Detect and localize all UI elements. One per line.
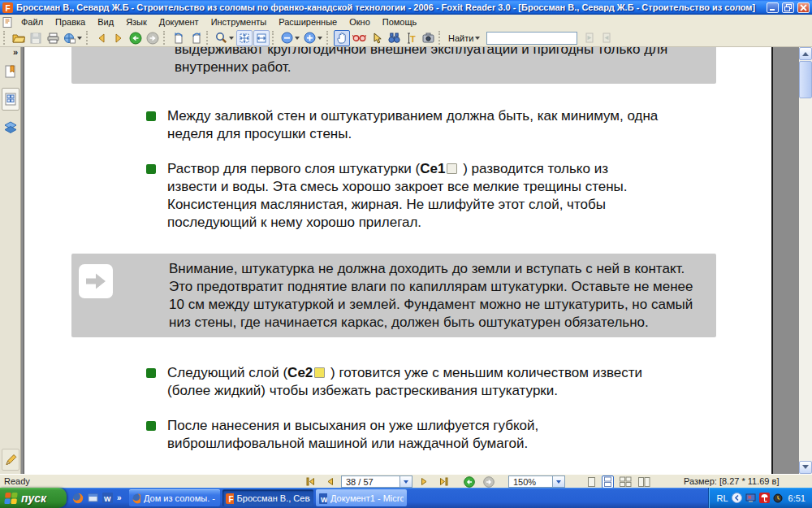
word-icon: W (319, 493, 327, 504)
word-icon[interactable]: W (102, 493, 113, 503)
taskbar-button-foxit[interactable]: F Броссман В., Севард... (222, 489, 313, 506)
reader-glasses-button[interactable] (351, 30, 368, 46)
rotate-right-button[interactable] (188, 30, 204, 46)
taskbar-button-word[interactable]: W Документ1 - Microso... (316, 489, 407, 506)
toolbar-grip[interactable] (86, 31, 90, 45)
scroll-down-button[interactable] (799, 461, 812, 474)
chevron-down-icon (295, 37, 300, 42)
start-button[interactable]: пуск (0, 488, 67, 508)
search-input[interactable] (486, 32, 577, 45)
continuous-facing-button[interactable] (637, 476, 651, 488)
clock-tray-icon[interactable] (773, 493, 783, 503)
search-button[interactable] (386, 30, 402, 46)
send-link-button[interactable] (62, 30, 84, 46)
collapse-pane-icon[interactable]: » (13, 48, 18, 57)
menu-tools[interactable]: Инструменты (205, 15, 273, 28)
next-page-button[interactable] (110, 30, 127, 46)
continuous-page-button[interactable] (602, 475, 614, 488)
toolbar-grip[interactable] (3, 31, 7, 45)
pages-panel-button[interactable] (2, 88, 19, 111)
task-buttons: Дом из соломы. - Ст... F Броссман В., Се… (129, 489, 407, 506)
pdf-page[interactable]: выдерживают круглогодичной внешней экспл… (24, 47, 773, 474)
quick-launch-overflow-chevron[interactable]: » (117, 493, 122, 502)
close-button[interactable] (797, 2, 810, 13)
hand-tool-button[interactable] (334, 30, 350, 46)
language-indicator[interactable]: RL (717, 493, 728, 503)
bullet-text: Между заливкой стен и оштукатуриванием д… (167, 107, 740, 143)
color-swatch (314, 367, 325, 378)
menu-edit[interactable]: Правка (50, 15, 91, 28)
antivirus-tray-icon[interactable] (759, 493, 770, 503)
menu-help[interactable]: Помощь (377, 15, 423, 28)
quick-launch: W » (67, 493, 127, 504)
single-page-button[interactable] (586, 476, 597, 488)
zoom-in-button[interactable] (302, 30, 324, 46)
zoom-tool-button[interactable] (214, 30, 235, 46)
quick-launch-icon[interactable] (88, 493, 98, 503)
zoom-level-combo[interactable]: 150% (508, 475, 565, 488)
scrollbar-thumb[interactable] (799, 61, 812, 98)
navigation-pane: » (0, 47, 21, 474)
page-navigation: 38 / 57 150% (302, 475, 565, 488)
previous-page-button[interactable] (93, 30, 110, 46)
chevron-down-icon[interactable] (552, 476, 564, 487)
bookmarks-panel-button[interactable] (2, 60, 19, 83)
page-layout-buttons (586, 475, 651, 488)
facing-pages-button[interactable] (619, 476, 633, 488)
rotate-left-button[interactable] (171, 30, 187, 46)
layers-panel-button[interactable] (2, 115, 19, 138)
firefox-icon[interactable] (72, 493, 84, 504)
fit-width-button[interactable] (253, 30, 270, 46)
select-tool-button[interactable] (369, 30, 385, 46)
svg-text:W: W (321, 495, 327, 503)
restore-button[interactable] (782, 2, 794, 13)
toolbar-grip[interactable] (272, 31, 276, 45)
menu-bar: Файл Правка Вид Язык Документ Инструмент… (0, 15, 812, 29)
document-size-label: Размер: [8.27 * 11.69 в] (684, 476, 779, 486)
bullet-square-icon (146, 421, 156, 431)
display-tray-icon[interactable] (745, 493, 756, 503)
svg-text:T: T (410, 34, 416, 44)
save-button[interactable] (28, 30, 44, 46)
taskbar-button-firefox[interactable]: Дом из соломы. - Ст... (129, 489, 220, 506)
find-next-button[interactable] (598, 30, 615, 46)
snapshot-button[interactable] (420, 30, 436, 46)
hide-icons-chevron[interactable] (732, 493, 742, 503)
typewriter-tool-button[interactable] (2, 449, 19, 471)
toolbar-grip[interactable] (438, 31, 443, 45)
menu-view[interactable]: Вид (92, 15, 119, 28)
document-gray-box: выдерживают круглогодичной внешней экспл… (71, 47, 716, 84)
fit-page-button[interactable] (236, 30, 253, 46)
document-area: » выдерживают круглогодичной внешней экс… (0, 47, 812, 474)
toolbar-grip[interactable] (326, 31, 330, 45)
minimize-button[interactable] (767, 2, 779, 13)
menu-window[interactable]: Окно (343, 15, 376, 28)
menu-language[interactable]: Язык (120, 15, 153, 28)
scroll-up-button[interactable] (799, 47, 812, 60)
menu-advanced[interactable]: Расширенные (273, 15, 343, 28)
next-view-button[interactable] (145, 30, 161, 46)
zoom-out-button[interactable] (279, 30, 301, 46)
bullet-text: Раствор для первого слоя штукатурки (Ce1… (167, 160, 740, 232)
find-dropdown[interactable]: Найти (446, 33, 482, 43)
chevron-down-icon[interactable] (400, 476, 412, 487)
page-number-combo[interactable]: 38 / 57 (341, 475, 412, 488)
toolbar-grip[interactable] (163, 31, 167, 45)
document-line: внутренних работ. (175, 59, 291, 76)
print-button[interactable] (45, 30, 61, 46)
menu-document[interactable]: Документ (153, 15, 205, 28)
vertical-scrollbar[interactable] (799, 47, 812, 474)
find-previous-button[interactable] (581, 30, 598, 46)
previous-view-button[interactable] (127, 30, 144, 46)
window-title: Броссман В., Севард Ж.Б - Строительство … (16, 2, 763, 12)
arrow-right-icon (79, 264, 113, 298)
toolbar: T Найти (0, 29, 812, 47)
toolbar-grip[interactable] (206, 31, 210, 45)
open-button[interactable] (11, 30, 27, 46)
menu-file[interactable]: Файл (15, 15, 49, 28)
bullet-text: Следующий слой (Ce2 ) готовится уже с ме… (167, 364, 740, 400)
text-select-button[interactable]: T (403, 30, 419, 46)
title-bar: F Броссман В., Севард Ж.Б - Строительств… (0, 0, 812, 15)
svg-text:F: F (228, 494, 233, 503)
bullet-text: После нанесения и высыхания он уже шлифу… (167, 417, 740, 453)
